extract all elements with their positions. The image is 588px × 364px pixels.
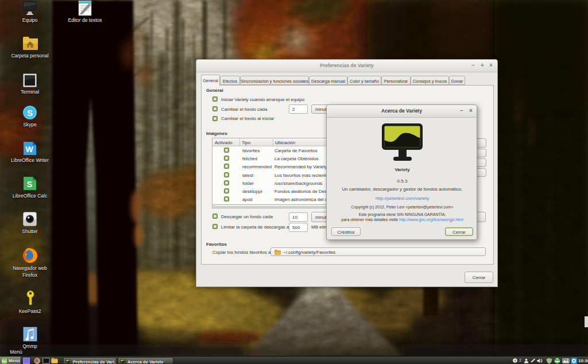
svg-text:W: W bbox=[25, 145, 33, 154]
svg-text:S: S bbox=[27, 180, 32, 189]
svg-text:S: S bbox=[27, 108, 33, 118]
svg-text:i: i bbox=[514, 358, 516, 362]
svg-text:lm: lm bbox=[2, 359, 6, 363]
